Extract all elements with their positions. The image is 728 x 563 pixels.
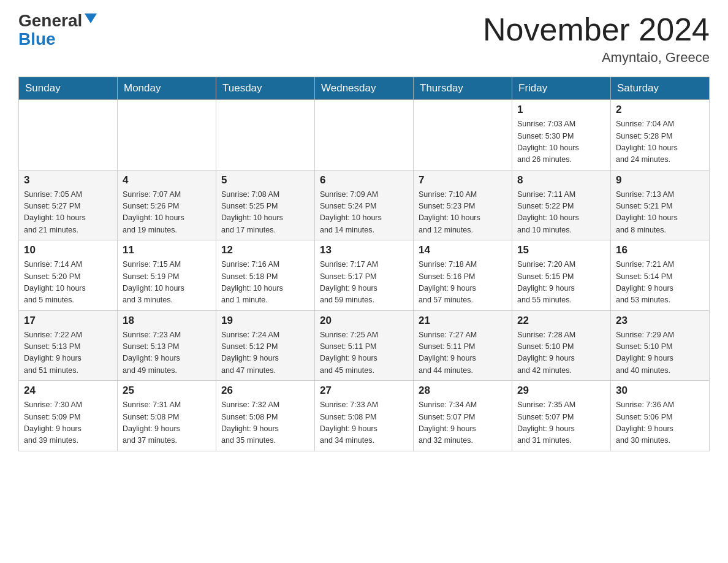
calendar-cell: 16Sunrise: 7:21 AM Sunset: 5:14 PM Dayli… [611,240,710,311]
calendar-cell: 5Sunrise: 7:08 AM Sunset: 5:25 PM Daylig… [216,170,315,240]
calendar-cell: 13Sunrise: 7:17 AM Sunset: 5:17 PM Dayli… [315,240,414,311]
calendar-cell [19,100,118,170]
day-info: Sunrise: 7:04 AM Sunset: 5:28 PM Dayligh… [616,118,704,166]
day-info: Sunrise: 7:32 AM Sunset: 5:08 PM Dayligh… [221,399,309,447]
calendar-cell [216,100,315,170]
calendar-week-row: 24Sunrise: 7:30 AM Sunset: 5:09 PM Dayli… [19,381,710,451]
day-number: 24 [24,385,112,397]
day-info: Sunrise: 7:09 AM Sunset: 5:24 PM Dayligh… [320,189,408,237]
day-number: 15 [517,244,605,256]
day-info: Sunrise: 7:25 AM Sunset: 5:11 PM Dayligh… [320,329,408,377]
day-info: Sunrise: 7:36 AM Sunset: 5:06 PM Dayligh… [616,399,704,447]
weekday-header-friday: Friday [512,77,611,100]
day-number: 12 [221,244,309,256]
calendar-week-row: 3Sunrise: 7:05 AM Sunset: 5:27 PM Daylig… [19,170,710,240]
calendar-cell [315,100,414,170]
calendar-cell: 19Sunrise: 7:24 AM Sunset: 5:12 PM Dayli… [216,310,315,381]
calendar-cell: 25Sunrise: 7:31 AM Sunset: 5:08 PM Dayli… [118,381,216,451]
day-number: 5 [221,174,309,186]
weekday-header-tuesday: Tuesday [216,77,315,100]
calendar-table: SundayMondayTuesdayWednesdayThursdayFrid… [18,77,710,451]
calendar-body: 1Sunrise: 7:03 AM Sunset: 5:30 PM Daylig… [19,100,710,451]
logo-triangle-icon [85,13,97,23]
logo-general-text: General [18,12,82,29]
calendar-cell: 1Sunrise: 7:03 AM Sunset: 5:30 PM Daylig… [512,100,611,170]
day-info: Sunrise: 7:22 AM Sunset: 5:13 PM Dayligh… [24,329,112,377]
calendar-cell: 6Sunrise: 7:09 AM Sunset: 5:24 PM Daylig… [315,170,414,240]
calendar-cell: 4Sunrise: 7:07 AM Sunset: 5:26 PM Daylig… [118,170,216,240]
calendar-cell: 8Sunrise: 7:11 AM Sunset: 5:22 PM Daylig… [512,170,611,240]
day-number: 9 [616,174,704,186]
calendar-cell: 29Sunrise: 7:35 AM Sunset: 5:07 PM Dayli… [512,381,611,451]
day-info: Sunrise: 7:34 AM Sunset: 5:07 PM Dayligh… [419,399,507,447]
calendar-cell: 24Sunrise: 7:30 AM Sunset: 5:09 PM Dayli… [19,381,118,451]
day-info: Sunrise: 7:08 AM Sunset: 5:25 PM Dayligh… [221,189,309,237]
day-info: Sunrise: 7:33 AM Sunset: 5:08 PM Dayligh… [320,399,408,447]
day-number: 11 [123,244,211,256]
month-title: November 2024 [483,12,710,47]
day-number: 14 [419,244,507,256]
day-number: 8 [517,174,605,186]
day-info: Sunrise: 7:14 AM Sunset: 5:20 PM Dayligh… [24,259,112,307]
calendar-cell: 28Sunrise: 7:34 AM Sunset: 5:07 PM Dayli… [414,381,512,451]
day-number: 13 [320,244,408,256]
page-header: General Blue November 2024 Amyntaio, Gre… [18,12,710,66]
calendar-cell: 15Sunrise: 7:20 AM Sunset: 5:15 PM Dayli… [512,240,611,311]
day-number: 30 [616,385,704,397]
day-info: Sunrise: 7:24 AM Sunset: 5:12 PM Dayligh… [221,329,309,377]
weekday-header-sunday: Sunday [19,77,118,100]
calendar-week-row: 1Sunrise: 7:03 AM Sunset: 5:30 PM Daylig… [19,100,710,170]
day-number: 6 [320,174,408,186]
day-info: Sunrise: 7:27 AM Sunset: 5:11 PM Dayligh… [419,329,507,377]
calendar-cell: 9Sunrise: 7:13 AM Sunset: 5:21 PM Daylig… [611,170,710,240]
day-number: 1 [517,104,605,116]
title-area: November 2024 Amyntaio, Greece [483,12,710,66]
day-info: Sunrise: 7:30 AM Sunset: 5:09 PM Dayligh… [24,399,112,447]
day-info: Sunrise: 7:17 AM Sunset: 5:17 PM Dayligh… [320,259,408,307]
day-number: 29 [517,385,605,397]
day-number: 2 [616,104,704,116]
day-info: Sunrise: 7:15 AM Sunset: 5:19 PM Dayligh… [123,259,211,307]
calendar-week-row: 10Sunrise: 7:14 AM Sunset: 5:20 PM Dayli… [19,240,710,311]
day-info: Sunrise: 7:29 AM Sunset: 5:10 PM Dayligh… [616,329,704,377]
day-info: Sunrise: 7:07 AM Sunset: 5:26 PM Dayligh… [123,189,211,237]
calendar-week-row: 17Sunrise: 7:22 AM Sunset: 5:13 PM Dayli… [19,310,710,381]
day-info: Sunrise: 7:28 AM Sunset: 5:10 PM Dayligh… [517,329,605,377]
day-number: 19 [221,315,309,327]
day-number: 28 [419,385,507,397]
calendar-cell: 7Sunrise: 7:10 AM Sunset: 5:23 PM Daylig… [414,170,512,240]
day-info: Sunrise: 7:21 AM Sunset: 5:14 PM Dayligh… [616,259,704,307]
day-number: 26 [221,385,309,397]
calendar-cell: 10Sunrise: 7:14 AM Sunset: 5:20 PM Dayli… [19,240,118,311]
day-info: Sunrise: 7:13 AM Sunset: 5:21 PM Dayligh… [616,189,704,237]
calendar-cell: 30Sunrise: 7:36 AM Sunset: 5:06 PM Dayli… [611,381,710,451]
calendar-cell: 20Sunrise: 7:25 AM Sunset: 5:11 PM Dayli… [315,310,414,381]
weekday-header-wednesday: Wednesday [315,77,414,100]
day-number: 4 [123,174,211,186]
day-number: 7 [419,174,507,186]
day-info: Sunrise: 7:10 AM Sunset: 5:23 PM Dayligh… [419,189,507,237]
calendar-cell: 3Sunrise: 7:05 AM Sunset: 5:27 PM Daylig… [19,170,118,240]
day-info: Sunrise: 7:16 AM Sunset: 5:18 PM Dayligh… [221,259,309,307]
calendar-cell: 23Sunrise: 7:29 AM Sunset: 5:10 PM Dayli… [611,310,710,381]
day-number: 17 [24,315,112,327]
calendar-cell: 26Sunrise: 7:32 AM Sunset: 5:08 PM Dayli… [216,381,315,451]
day-number: 23 [616,315,704,327]
day-info: Sunrise: 7:31 AM Sunset: 5:08 PM Dayligh… [123,399,211,447]
day-info: Sunrise: 7:23 AM Sunset: 5:13 PM Dayligh… [123,329,211,377]
day-number: 21 [419,315,507,327]
day-number: 3 [24,174,112,186]
calendar-cell: 12Sunrise: 7:16 AM Sunset: 5:18 PM Dayli… [216,240,315,311]
calendar-cell: 17Sunrise: 7:22 AM Sunset: 5:13 PM Dayli… [19,310,118,381]
weekday-header-row: SundayMondayTuesdayWednesdayThursdayFrid… [19,77,710,100]
calendar-cell [118,100,216,170]
location-text: Amyntaio, Greece [483,50,710,66]
calendar-cell [414,100,512,170]
weekday-header-saturday: Saturday [611,77,710,100]
day-info: Sunrise: 7:20 AM Sunset: 5:15 PM Dayligh… [517,259,605,307]
day-number: 27 [320,385,408,397]
calendar-cell: 14Sunrise: 7:18 AM Sunset: 5:16 PM Dayli… [414,240,512,311]
weekday-header-thursday: Thursday [414,77,512,100]
weekday-header-monday: Monday [118,77,216,100]
logo: General Blue [18,12,97,49]
